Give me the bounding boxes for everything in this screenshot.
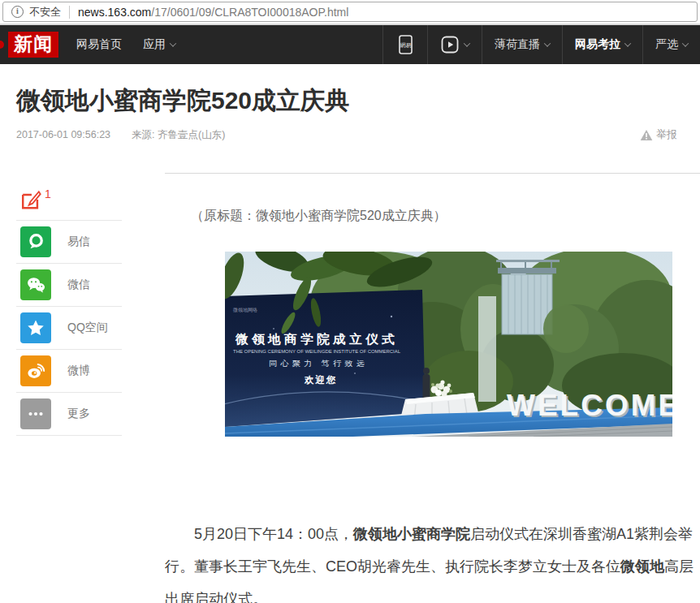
phone-icon: 網易	[395, 33, 415, 56]
share-label: 更多	[67, 407, 90, 421]
chevron-down-icon	[464, 40, 470, 46]
share-label: 微博	[67, 364, 90, 378]
svg-text:WELCOME: WELCOME	[507, 389, 672, 422]
chevron-down-icon	[682, 40, 689, 46]
comment-button[interactable]: 1	[16, 187, 122, 220]
keyword-link[interactable]: 微领地小蜜商学院	[353, 526, 470, 542]
write-comment-icon	[19, 189, 42, 212]
page-title: 微领地小蜜商学院520成立庆典	[16, 82, 684, 119]
original-title-line: （原标题：微领地小蜜商学院520成立庆典）	[165, 207, 700, 225]
report-label: 举报	[656, 127, 677, 142]
news-logo[interactable]: 新闻	[8, 32, 58, 58]
paragraph-text: 5月20日下午14：00点，	[194, 526, 353, 542]
svg-text:微领地网络: 微领地网络	[232, 307, 257, 313]
svg-text:網易: 網易	[400, 42, 412, 49]
article-paragraph: 5月20日下午14：00点，微领地小蜜商学院启动仪式在深圳香蜜湖A1紫荆会举行。…	[165, 518, 700, 603]
source-name: 齐鲁壹点(山东)	[158, 129, 225, 140]
nav-yanxuan[interactable]: 严选	[642, 25, 700, 64]
url-domain: news.163.com	[78, 6, 151, 19]
svg-text:微领地商学院成立仪式: 微领地商学院成立仪式	[235, 332, 398, 346]
qzone-star-icon	[20, 312, 51, 343]
article-content: （原标题：微领地小蜜商学院520成立庆典）	[165, 173, 700, 603]
share-weibo[interactable]: 微博	[16, 350, 122, 393]
article-source: 来源: 齐鲁壹点(山东)	[132, 128, 225, 142]
play-icon	[440, 35, 460, 54]
nav-app-label: 应用	[143, 37, 166, 52]
nav-mint-live[interactable]: 薄荷直播	[482, 25, 562, 64]
share-label: QQ空间	[67, 321, 108, 335]
security-label[interactable]: 不安全	[29, 5, 61, 19]
report-button[interactable]: 举报	[640, 127, 677, 142]
address-bar[interactable]: i 不安全 news.163.com/17/0601/09/CLRA8TOI00…	[2, 2, 698, 22]
nav-home-link[interactable]: 网易首页	[76, 37, 122, 52]
share-sidebar: 1 易信 微信	[16, 187, 122, 436]
nav-app-menu[interactable]: 应用	[143, 37, 175, 52]
nav-video-menu[interactable]	[427, 25, 482, 64]
address-divider	[69, 6, 70, 19]
share-label: 易信	[67, 235, 90, 249]
source-prefix: 来源:	[132, 129, 154, 140]
nav-home-label: 网易首页	[76, 37, 122, 52]
browser-chrome: i 不安全 news.163.com/17/0601/09/CLRA8TOI00…	[0, 0, 700, 25]
ceremony-photo-illustration: 微领地网络 微领地商学院成立仪式 THE OPENING CEREMONY OF…	[225, 252, 672, 437]
chevron-down-icon	[544, 40, 551, 46]
nav-kaola[interactable]: 网易考拉	[562, 25, 642, 64]
url-text[interactable]: news.163.com/17/0601/09/CLRA8TOI00018AOP…	[78, 6, 348, 19]
nav-mobile-app[interactable]: 網易	[382, 25, 427, 64]
article-meta: 2017-06-01 09:56:23 来源: 齐鲁壹点(山东) 举报	[16, 127, 684, 142]
warning-triangle-icon	[640, 129, 653, 141]
weibo-icon	[20, 355, 51, 386]
share-qzone[interactable]: QQ空间	[16, 307, 122, 350]
share-wechat[interactable]: 微信	[16, 264, 122, 307]
nav-yanxuan-label: 严选	[655, 37, 678, 52]
share-yixin[interactable]: 易信	[16, 221, 122, 264]
nav-mint-live-label: 薄荷直播	[495, 37, 540, 52]
keyword-link[interactable]: 微领地	[620, 558, 664, 575]
svg-text:欢迎您: 欢迎您	[304, 374, 338, 385]
chevron-down-icon	[624, 40, 631, 46]
share-more[interactable]: 更多	[16, 393, 122, 436]
chevron-down-icon	[170, 40, 176, 46]
yixin-icon	[20, 226, 51, 257]
share-label: 微信	[67, 278, 90, 292]
nav-kaola-label: 网易考拉	[575, 37, 620, 52]
article-photo: 微领地网络 微领地商学院成立仪式 THE OPENING CEREMONY OF…	[225, 252, 672, 437]
svg-text:THE OPENING CEREMONY OF WEILIN: THE OPENING CEREMONY OF WEILINGDE INSTIT…	[233, 349, 401, 354]
svg-text:同心聚力 笃行致远: 同心聚力 笃行致远	[269, 359, 368, 368]
red-dot-decoration	[0, 41, 4, 49]
top-navbar: 新闻 网易首页 应用 網易 薄荷直播 网易考拉 严选	[0, 25, 700, 64]
url-path: /17/0601/09/CLRA8TOI00018AOP.html	[151, 6, 348, 19]
wechat-icon	[20, 269, 51, 300]
publish-date: 2017-06-01 09:56:23	[16, 129, 110, 140]
comment-count-badge: 1	[45, 187, 51, 200]
more-dots-icon	[20, 398, 51, 429]
info-icon[interactable]: i	[11, 6, 24, 18]
